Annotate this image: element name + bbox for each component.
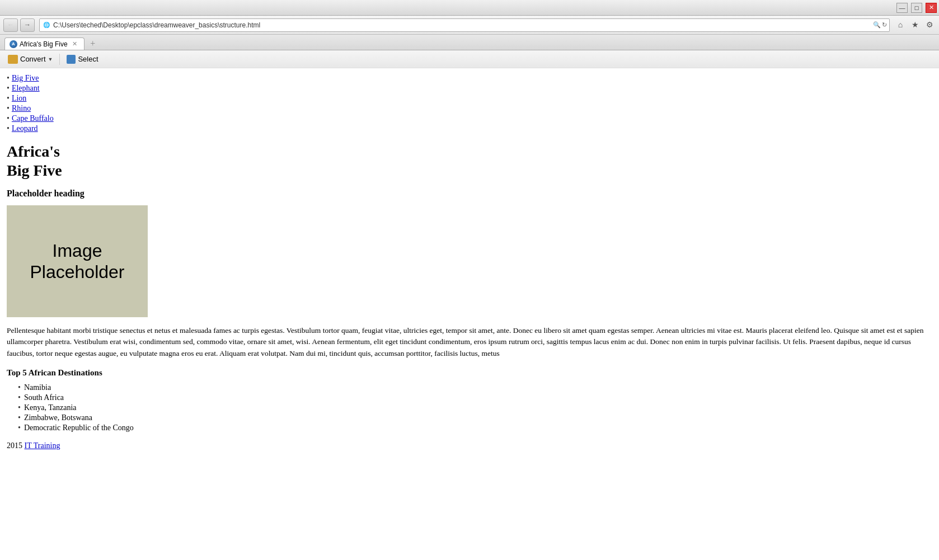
page-heading: Africa's Big Five <box>7 142 932 180</box>
destinations-list: Namibia South Africa Kenya, Tanzania Zim… <box>18 383 932 432</box>
tab-bar: A Africa's Big Five ✕ + <box>0 35 939 50</box>
destinations-heading: Top 5 African Destinations <box>7 368 932 378</box>
toolbar-separator <box>59 54 60 65</box>
address-bar[interactable]: 🌐 C:\Users\teched\Desktop\epclass\dreamw… <box>39 18 890 32</box>
body-text: Pellentesque habitant morbi tristique se… <box>7 325 932 359</box>
image-placeholder-text: ImagePlaceholder <box>30 240 125 283</box>
window-controls: — □ ✕ <box>895 3 937 13</box>
address-favicon: 🌐 <box>42 21 51 30</box>
page-heading-line1: Africa's <box>7 143 60 160</box>
new-tab-button[interactable]: + <box>87 37 99 50</box>
nav-link-lion[interactable]: Lion <box>12 94 26 103</box>
nav-link-capebuffalo[interactable]: Cape Buffalo <box>12 114 54 123</box>
convert-icon <box>8 55 18 64</box>
convert-label: Convert <box>20 55 46 63</box>
settings-button[interactable]: ⚙ <box>923 19 936 31</box>
destination-item-5: Democratic Republic of the Congo <box>18 423 932 432</box>
nav-links: Big Five Elephant Lion Rhino Cape Buffal… <box>7 74 932 133</box>
home-button[interactable]: ⌂ <box>894 19 907 31</box>
destination-item-1: Namibia <box>18 383 932 392</box>
nav-link-rhino[interactable]: Rhino <box>12 104 31 113</box>
tab-title: Africa's Big Five <box>20 40 68 48</box>
nav-link-item-lion: Lion <box>7 94 932 103</box>
nav-link-elephant[interactable]: Elephant <box>12 84 40 93</box>
select-label: Select <box>78 55 98 63</box>
address-refresh-icon[interactable]: ↻ <box>882 21 887 29</box>
nav-link-leopard[interactable]: Leopard <box>12 124 38 133</box>
nav-link-item-bigfive: Big Five <box>7 74 932 83</box>
nav-link-item-rhino: Rhino <box>7 104 932 113</box>
page-content: Big Five Elephant Lion Rhino Cape Buffal… <box>0 68 939 456</box>
nav-link-item-leopard: Leopard <box>7 124 932 133</box>
forward-button[interactable]: → <box>20 18 35 32</box>
destination-item-3: Kenya, Tanzania <box>18 403 932 412</box>
close-button[interactable]: ✕ <box>926 3 937 13</box>
app-toolbar: Convert ▼ Select <box>0 50 939 68</box>
footer: 2015 IT Training <box>7 441 932 450</box>
footer-link[interactable]: IT Training <box>25 441 60 450</box>
address-search-icon[interactable]: 🔍 <box>873 21 881 29</box>
nav-link-item-capebuffalo: Cape Buffalo <box>7 114 932 123</box>
browser-titlebar: — □ ✕ <box>0 0 939 16</box>
browser-tab-active[interactable]: A Africa's Big Five ✕ <box>4 37 84 50</box>
browser-toolbar: ← → 🌐 C:\Users\teched\Desktop\epclass\dr… <box>0 16 939 35</box>
destination-item-2: South Africa <box>18 393 932 402</box>
convert-dropdown-arrow[interactable]: ▼ <box>48 57 53 62</box>
tab-favicon: A <box>10 40 17 48</box>
address-text: C:\Users\teched\Desktop\epclass\dreamwea… <box>53 21 871 29</box>
favorites-button[interactable]: ★ <box>909 19 921 31</box>
convert-button[interactable]: Convert ▼ <box>3 53 57 65</box>
destination-item-4: Zimbabwe, Botswana <box>18 413 932 422</box>
image-placeholder: ImagePlaceholder <box>7 205 148 317</box>
back-button[interactable]: ← <box>3 18 18 32</box>
nav-link-bigfive[interactable]: Big Five <box>12 74 39 83</box>
maximize-button[interactable]: □ <box>911 3 922 13</box>
select-button[interactable]: Select <box>62 53 102 65</box>
page-heading-line2: Big Five <box>7 162 62 179</box>
select-icon <box>67 55 76 64</box>
minimize-button[interactable]: — <box>896 3 908 13</box>
tab-close-button[interactable]: ✕ <box>72 40 77 48</box>
footer-year: 2015 <box>7 441 22 450</box>
placeholder-heading: Placeholder heading <box>7 189 932 199</box>
nav-link-item-elephant: Elephant <box>7 84 932 93</box>
